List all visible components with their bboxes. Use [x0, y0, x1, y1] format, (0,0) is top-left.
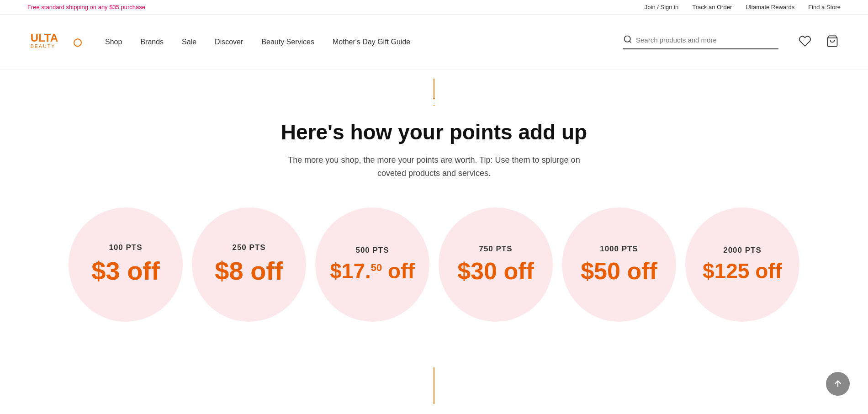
top-bar: Free standard shipping on any $35 purcha… [0, 0, 868, 15]
cart-button[interactable] [824, 33, 841, 51]
pts-value-4: $30 off [457, 257, 534, 285]
nav-discover[interactable]: Discover [215, 38, 243, 46]
pts-value-6: $125 off [703, 259, 782, 283]
points-circle-1: 100 PTS $3 off [69, 207, 183, 322]
pts-label-4: 750 PTS [479, 244, 512, 254]
pts-label-6: 2000 PTS [723, 246, 762, 255]
track-order-link[interactable]: Track an Order [692, 4, 732, 11]
rewards-link[interactable]: Ultamate Rewards [746, 4, 794, 11]
section-title: Here's how your points add up [18, 120, 850, 144]
points-section: Here's how your points add up The more y… [0, 106, 868, 349]
pts-value-2: $8 off [215, 256, 283, 286]
promo-text: Free standard shipping on any $35 purcha… [27, 4, 145, 11]
points-circles: 100 PTS $3 off 250 PTS $8 off 500 PTS $1… [18, 207, 850, 322]
join-signin-link[interactable]: Join / Sign in [645, 4, 678, 11]
find-store-link[interactable]: Find a Store [808, 4, 841, 11]
points-circle-2: 250 PTS $8 off [192, 207, 306, 322]
nav-beauty-services[interactable]: Beauty Services [261, 38, 314, 46]
top-bar-links: Join / Sign in Track an Order Ultamate R… [645, 4, 841, 11]
svg-point-7 [433, 99, 435, 106]
timeline-top [0, 69, 868, 106]
scroll-top-button[interactable] [826, 372, 850, 396]
logo[interactable]: ULTA BEAUTY [27, 27, 82, 57]
pts-value-3: $17.50 off [330, 259, 415, 283]
svg-text:ULTA: ULTA [31, 32, 58, 44]
section-subtitle: The more you shop, the more your points … [274, 154, 594, 180]
main-nav: Shop Brands Sale Discover Beauty Service… [105, 38, 605, 46]
main-content: Here's how your points add up The more y… [0, 69, 868, 404]
nav-shop[interactable]: Shop [105, 38, 122, 46]
search-area [623, 35, 778, 49]
search-icon [623, 35, 632, 46]
header: ULTA BEAUTY Shop Brands Sale Discover Be… [0, 15, 868, 69]
svg-point-2 [74, 39, 81, 46]
pts-label-1: 100 PTS [109, 243, 142, 252]
svg-text:BEAUTY: BEAUTY [31, 43, 56, 48]
wishlist-button[interactable] [797, 33, 813, 51]
pts-label-2: 250 PTS [232, 243, 265, 252]
pts-label-3: 500 PTS [355, 246, 389, 255]
points-circle-5: 1000 PTS $50 off [562, 207, 676, 322]
points-circle-3: 500 PTS $17.50 off [315, 207, 429, 322]
pts-label-5: 1000 PTS [600, 244, 638, 254]
nav-sale[interactable]: Sale [182, 38, 196, 46]
points-circle-6: 2000 PTS $125 off [685, 207, 799, 322]
timeline-bottom [0, 349, 868, 404]
search-input[interactable] [636, 36, 778, 44]
svg-point-3 [625, 36, 630, 42]
pts-value-1: $3 off [91, 256, 159, 286]
points-circle-4: 750 PTS $30 off [439, 207, 553, 322]
nav-brands[interactable]: Brands [140, 38, 164, 46]
header-icons [797, 33, 841, 51]
nav-mothers-day[interactable]: Mother's Day Gift Guide [333, 38, 410, 46]
pts-value-5: $50 off [581, 257, 657, 285]
svg-line-4 [630, 41, 631, 42]
